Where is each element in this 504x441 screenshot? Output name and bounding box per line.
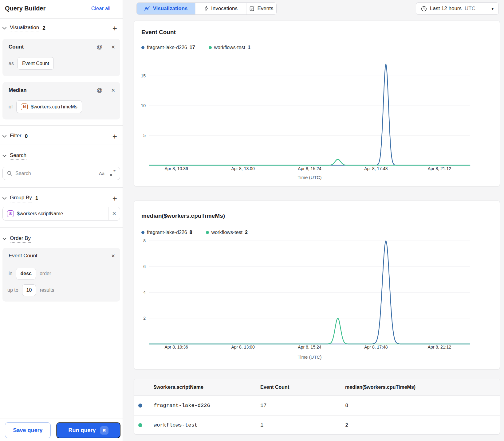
chart-title: Event Count: [141, 29, 176, 36]
legend-item[interactable]: fragrant-lake-d22617: [141, 45, 195, 50]
median-cpu-chart-card: median($workers.cpuTimeMs) fragrant-lake…: [134, 201, 500, 369]
sidebar-header: Query Builder Clear all: [0, 0, 123, 19]
run-query-button[interactable]: Run query R: [56, 422, 120, 438]
save-query-button[interactable]: Save query: [5, 422, 51, 438]
order-by-section-header[interactable]: Order By: [0, 234, 123, 244]
svg-text:2: 2: [143, 316, 146, 321]
run-shortcut-badge: R: [100, 426, 108, 435]
tab-visualizations[interactable]: Visualizations: [137, 3, 195, 14]
chevron-down-icon: [2, 197, 6, 200]
line-chart-icon: [144, 6, 150, 11]
series-dot: [209, 46, 212, 49]
filter-count: 0: [25, 133, 28, 139]
time-range-picker[interactable]: Last 12 hours UTC ▾: [416, 2, 499, 15]
up-to-label: up to: [7, 287, 18, 293]
filter-section-header[interactable]: Filter 0 +: [0, 131, 123, 141]
group-by-item[interactable]: S $workers.scriptName ✕: [2, 207, 120, 221]
svg-text:Time (UTC): Time (UTC): [298, 175, 322, 180]
median-card-title: Median: [9, 87, 27, 93]
regex-icon[interactable]: *: [110, 171, 116, 176]
svg-text:Apr 8, 21:12: Apr 8, 21:12: [428, 345, 451, 349]
group-by-count: 1: [35, 195, 38, 201]
time-range-label: Last 12 hours: [430, 6, 462, 12]
order-by-card: Event Count ✕ in desc order up to 10 res…: [2, 248, 120, 302]
main-content: Visualizations Invocations Events Last 1…: [123, 0, 504, 441]
tab-events[interactable]: Events: [246, 3, 276, 14]
add-filter-button[interactable]: +: [112, 132, 117, 140]
order-label: order: [40, 271, 51, 276]
count-alias-input[interactable]: Event Count: [18, 57, 54, 70]
at-icon[interactable]: @: [96, 87, 102, 94]
table-row: workflows-test 1 2: [134, 415, 500, 435]
series-dot: [138, 404, 142, 408]
add-group-by-button[interactable]: +: [112, 194, 117, 202]
svg-text:15: 15: [141, 73, 146, 78]
event-count-chart-card: Event Count fragrant-lake-d22617 workflo…: [134, 21, 500, 186]
results-label: results: [40, 287, 54, 293]
add-visualization-button[interactable]: +: [112, 24, 117, 32]
chevron-down-icon: [2, 238, 6, 240]
divider: [0, 145, 123, 145]
filter-section-label: Filter: [10, 133, 22, 140]
of-label: of: [9, 104, 13, 110]
search-section-header[interactable]: Search: [0, 151, 123, 161]
chevron-down-icon: [2, 135, 6, 138]
search-icon: [7, 171, 12, 176]
cell-event-count: 17: [260, 403, 345, 408]
svg-text:Apr 8, 17:48: Apr 8, 17:48: [364, 166, 388, 171]
svg-text:4: 4: [143, 290, 146, 295]
svg-text:Apr 8, 13:00: Apr 8, 13:00: [231, 345, 254, 349]
count-visualization-card: Count @ ✕ as Event Count: [2, 39, 120, 76]
remove-count-button[interactable]: ✕: [111, 44, 115, 50]
limit-input[interactable]: 10: [22, 284, 36, 296]
lightning-icon: [204, 6, 208, 11]
svg-text:Time (UTC): Time (UTC): [298, 354, 322, 360]
divider: [0, 187, 123, 188]
svg-text:Apr 8, 10:36: Apr 8, 10:36: [164, 166, 188, 171]
sort-direction-select[interactable]: desc: [16, 268, 36, 279]
results-table-card: $workers.scriptName Event Count median($…: [134, 379, 500, 435]
svg-text:Apr 8, 17:48: Apr 8, 17:48: [364, 345, 388, 349]
visualization-section-label: Visualization: [10, 25, 39, 32]
chevron-down-icon: [2, 155, 6, 157]
tab-invocations[interactable]: Invocations: [195, 3, 246, 14]
clear-all-link[interactable]: Clear all: [91, 6, 110, 12]
chart-title: median($workers.cpuTimeMs): [141, 213, 225, 219]
visualization-count: 2: [42, 25, 45, 31]
cell-script-name: fragrant-lake-d226: [154, 403, 260, 408]
median-field-input[interactable]: N $workers.cpuTimeMs: [16, 100, 82, 113]
column-header-event-count: Event Count: [260, 384, 345, 390]
visualization-section-header[interactable]: Visualization 2 +: [0, 23, 123, 33]
case-sensitive-icon[interactable]: Aa: [99, 171, 104, 176]
query-builder-sidebar: Query Builder Clear all Visualization 2 …: [0, 0, 123, 441]
at-icon[interactable]: @: [96, 44, 102, 50]
cell-script-name: workflows-test: [154, 422, 260, 428]
svg-text:5: 5: [143, 133, 146, 138]
number-field-icon: N: [21, 103, 28, 110]
svg-text:6: 6: [143, 264, 146, 269]
divider: [0, 227, 123, 228]
search-box: Aa *: [2, 167, 120, 180]
group-by-section-header[interactable]: Group By 1 +: [0, 193, 123, 203]
remove-order-by-button[interactable]: ✕: [111, 253, 115, 259]
remove-median-button[interactable]: ✕: [111, 88, 115, 93]
table-row: fragrant-lake-d226 17 8: [134, 396, 500, 415]
remove-group-by-button[interactable]: ✕: [108, 207, 120, 220]
string-field-icon: S: [7, 210, 14, 217]
median-field-value: $workers.cpuTimeMs: [31, 104, 77, 110]
table-header-row: $workers.scriptName Event Count median($…: [134, 379, 500, 396]
divider: [0, 125, 123, 126]
search-input[interactable]: [15, 171, 99, 176]
svg-text:Apr 8, 15:24: Apr 8, 15:24: [298, 166, 321, 171]
column-header-median: median($workers.cpuTimeMs): [345, 384, 500, 390]
group-by-field-value: $workers.scriptName: [17, 211, 63, 217]
svg-text:Apr 8, 10:36: Apr 8, 10:36: [164, 345, 188, 349]
column-header-script-name: $workers.scriptName: [154, 384, 260, 390]
timezone-label: UTC: [465, 6, 475, 12]
legend-item[interactable]: workflows-test1: [209, 45, 250, 50]
count-card-title: Count: [9, 44, 24, 50]
svg-text:Apr 8, 13:00: Apr 8, 13:00: [231, 166, 254, 171]
series-dot: [138, 423, 142, 427]
sidebar-footer: Save query Run query R: [0, 419, 123, 441]
chevron-down-icon: ▾: [491, 6, 494, 11]
